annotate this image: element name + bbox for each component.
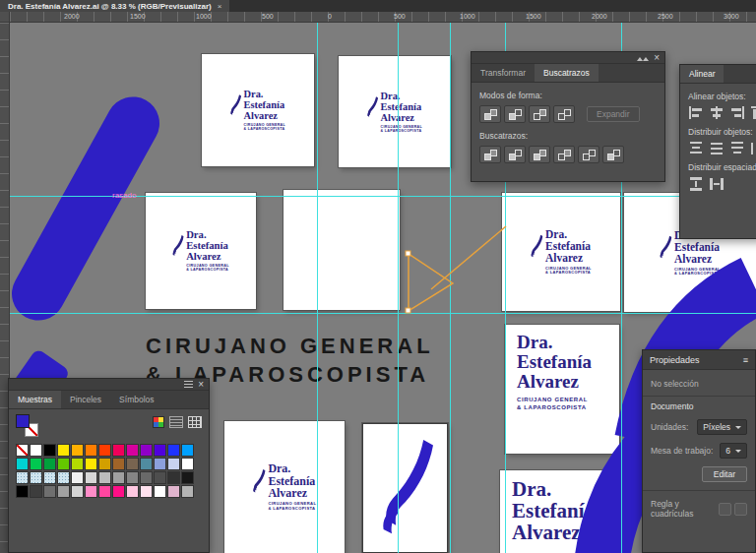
tab-alinear[interactable]: Alinear [680,65,724,83]
color-swatch[interactable] [140,458,153,470]
color-swatch[interactable] [98,471,111,484]
artboard[interactable]: Dra. Estefanía Alvarez CIRUJANO GENERAL … [339,56,451,167]
color-swatch[interactable] [71,485,84,498]
color-swatch[interactable] [57,471,70,484]
color-swatch[interactable] [98,444,111,457]
document-tab[interactable]: Dra. Estefanía Alvarez.ai @ 8.33 % (RGB/… [0,0,229,12]
artboard[interactable]: Dra. Estefanía Alvarez CIRUJANO GENERAL … [202,54,314,166]
pathfinder-crop-button[interactable] [553,146,575,163]
distribute-spacing-v-button[interactable] [688,177,704,191]
document-tab-close-icon[interactable]: × [218,2,222,11]
logo-artwork[interactable]: Dra. Estefanía Alvarez CIRUJANO GENERAL … [515,333,592,410]
logo-artwork[interactable]: Dra. Estefanía Alvarez CIRUJANO GENERAL … [531,228,593,275]
distribute-middle-v-button[interactable] [709,142,724,155]
shape-mode-unite-button[interactable] [479,105,501,123]
color-swatch[interactable] [126,485,139,498]
tab-muestras[interactable]: Muestras [9,391,61,408]
tab-transformar[interactable]: Transformar [472,64,535,82]
pathfinder-minus-back-button[interactable] [602,146,624,163]
color-swatch[interactable] [16,471,29,484]
color-swatch[interactable] [71,471,84,484]
color-swatch[interactable] [16,485,29,498]
color-swatch[interactable] [181,485,194,498]
color-swatch[interactable] [154,485,166,498]
selected-path-outline[interactable] [402,218,512,319]
tab-simbolos[interactable]: Símbolos [110,391,162,408]
top-ruler[interactable]: 200015001000500050010001500200025003000 [10,12,756,23]
collapse-panel-icon[interactable] [637,53,649,63]
artboard[interactable]: Dra. Estefanía Alvarez CIRUJANO GENERAL … [502,193,620,311]
shape-mode-intersect-button[interactable] [529,105,550,123]
color-swatch[interactable] [167,485,180,498]
distribute-spacing-h-button[interactable] [709,177,724,191]
color-swatch[interactable] [57,485,70,498]
logo-artwork[interactable]: Dra. Estefanía Alvarez [510,478,595,543]
list-view-icon[interactable] [169,416,183,428]
color-swatch[interactable] [85,471,97,484]
color-swatch[interactable] [112,444,125,457]
color-swatch[interactable] [140,444,153,457]
artboard[interactable]: Dra. Estefanía Alvarez CIRUJANO GENERAL … [146,193,256,309]
color-swatch[interactable] [30,444,42,457]
color-swatch[interactable] [126,471,139,484]
fill-swatch[interactable] [16,414,30,428]
color-swatch[interactable] [112,458,125,470]
swatch-libraries-icon[interactable] [153,416,164,428]
tab-buscatrazos[interactable]: Buscatrazos [535,64,598,82]
edit-artboards-button[interactable]: Editar [702,466,747,482]
pathfinder-merge-button[interactable] [529,146,550,163]
pathfinder-trim-button[interactable] [504,146,526,163]
color-swatch[interactable] [167,444,180,457]
align-right-button[interactable] [729,106,745,120]
panel-menu-icon[interactable] [184,381,193,388]
artboard-dropdown[interactable]: 6 [720,443,747,459]
guide-vertical[interactable] [398,23,399,553]
expand-button[interactable]: Expandir [587,106,640,122]
artboard[interactable]: Dra. Estefanía Alvarez CIRUJANO GENERAL … [505,325,619,454]
color-swatch[interactable] [43,444,56,457]
shape-mode-minus-front-button[interactable] [504,105,526,123]
ruler-corner[interactable] [0,12,10,23]
color-swatch[interactable] [71,458,84,470]
pink-text-artwork[interactable]: rasado [112,191,136,200]
tab-pinceles[interactable]: Pinceles [61,391,110,408]
show-rulers-button[interactable] [719,503,731,516]
panel-menu-icon[interactable]: ≡ [743,355,748,365]
close-panel-icon[interactable]: × [654,53,660,63]
color-swatch[interactable] [181,458,194,470]
color-swatch[interactable] [98,485,111,498]
logo-artwork[interactable]: Dra. Estefanía Alvarez CIRUJANO GENERAL … [172,229,229,273]
distribute-left-button[interactable] [750,142,756,155]
color-swatch[interactable] [85,444,97,457]
scalpel-icon[interactable] [378,431,433,545]
color-swatch[interactable] [167,471,180,484]
fill-stroke-indicator[interactable] [16,414,40,439]
logo-artwork[interactable]: Dra. Estefanía Alvarez CIRUJANO GENERAL … [367,91,423,133]
blue-capsule-shape[interactable] [2,88,168,331]
color-swatch[interactable] [98,458,111,470]
color-swatch[interactable] [30,471,42,484]
color-swatch[interactable] [154,471,166,484]
align-top-button[interactable] [750,106,756,120]
color-swatch[interactable] [43,458,56,470]
units-dropdown[interactable]: Píxeles [697,419,747,435]
color-swatch[interactable] [30,458,42,470]
color-swatch[interactable] [43,485,56,498]
color-swatch[interactable] [112,471,125,484]
color-swatch[interactable] [57,444,70,457]
color-swatch[interactable] [126,458,139,470]
distribute-top-button[interactable] [688,142,704,155]
color-swatch[interactable] [85,485,97,498]
color-swatch[interactable] [167,458,180,470]
close-panel-icon[interactable]: × [198,380,204,390]
color-swatch[interactable] [112,485,125,498]
color-swatch[interactable] [57,458,70,470]
shape-mode-exclude-button[interactable] [553,105,575,123]
align-center-h-button[interactable] [709,106,724,120]
grid-view-icon[interactable] [188,416,202,428]
artboard[interactable]: Dra. Estefanía Alvarez CIRUJANO GENERAL … [224,421,345,553]
artboard-empty[interactable] [284,190,400,310]
color-swatch[interactable] [71,444,84,457]
guide-vertical[interactable] [317,23,318,553]
distribute-bottom-button[interactable] [729,142,745,155]
